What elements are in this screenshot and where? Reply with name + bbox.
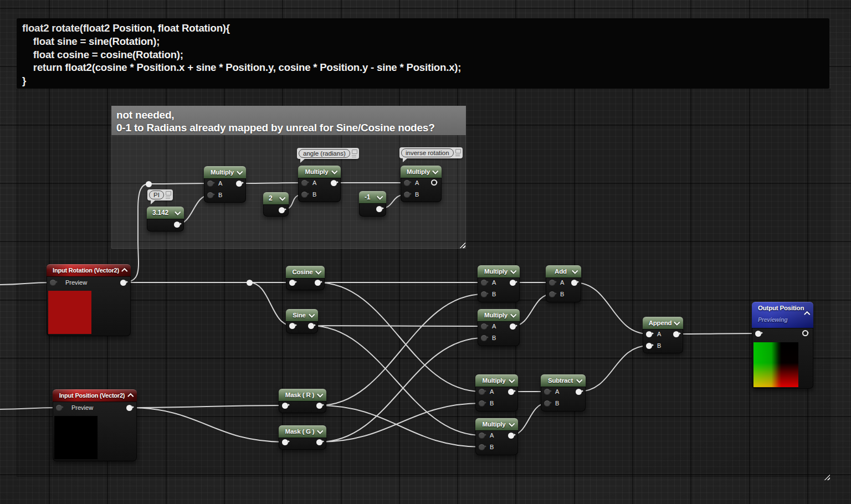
chevron-down-icon[interactable] — [509, 377, 515, 383]
node-add[interactable]: AddAB — [546, 265, 581, 302]
output-pin[interactable] — [576, 389, 582, 395]
input-pin[interactable] — [755, 331, 761, 337]
input-pin-a[interactable] — [481, 323, 487, 330]
node-cosine[interactable]: Cosine — [286, 266, 325, 290]
input-pin-a[interactable] — [479, 433, 485, 439]
node-mulC1[interactable]: MultiplyAB — [204, 166, 246, 203]
node-mulBR2[interactable]: MultiplyAB — [475, 418, 518, 455]
node-mulC3[interactable]: MultiplyAB — [401, 166, 442, 202]
node-outputPosition[interactable]: Output PositionPreviewing — [752, 302, 813, 389]
output-pin[interactable] — [331, 180, 337, 186]
node-sine[interactable]: Sine — [286, 309, 318, 333]
input-pin-a[interactable] — [301, 180, 307, 186]
output-pin[interactable] — [508, 389, 514, 395]
node-c2[interactable]: 2 — [263, 192, 289, 217]
output-pin[interactable] — [308, 323, 314, 329]
input-pin-b[interactable] — [646, 343, 652, 349]
preview-input-pin[interactable] — [50, 280, 56, 286]
output-pin[interactable] — [431, 179, 437, 186]
input-pin-b[interactable] — [544, 400, 550, 407]
output-pin[interactable] — [236, 181, 242, 187]
chevron-down-icon[interactable] — [309, 311, 315, 317]
chevron-down-icon[interactable] — [509, 420, 515, 426]
chevron-down-icon[interactable] — [377, 193, 383, 199]
node-header[interactable]: Multiply — [401, 166, 442, 178]
node-maskG[interactable]: Mask ( G ) — [279, 425, 326, 450]
input-pin-b[interactable] — [301, 192, 307, 198]
output-pin[interactable] — [673, 331, 679, 337]
chevron-down-icon[interactable] — [674, 319, 680, 325]
node-header[interactable]: Mask ( R ) — [279, 389, 326, 401]
input-pin-b[interactable] — [404, 192, 410, 198]
input-pin-a[interactable] — [479, 389, 485, 395]
input-pin-b[interactable] — [479, 400, 485, 407]
chevron-down-icon[interactable] — [576, 377, 582, 383]
input-pin-b[interactable] — [481, 335, 487, 341]
node-header[interactable]: Input Rotation (Vector2) — [47, 264, 131, 276]
node-inputRotation[interactable]: Input Rotation (Vector2)Preview — [47, 264, 131, 336]
output-pin[interactable] — [316, 439, 322, 445]
input-pin[interactable] — [282, 403, 288, 409]
node-header[interactable]: Multiply — [475, 374, 518, 387]
chevron-down-icon[interactable] — [432, 168, 438, 174]
node-header[interactable]: Mask ( G ) — [279, 425, 326, 438]
input-pin-b[interactable] — [549, 291, 555, 297]
material-graph-canvas[interactable]: float2 rotate(float2 Position, float Rot… — [0, 0, 851, 504]
node-append[interactable]: AppendAB — [643, 317, 683, 353]
output-pin[interactable] — [279, 207, 285, 213]
node-header[interactable]: Sine — [286, 309, 318, 321]
chevron-down-icon[interactable] — [237, 168, 243, 174]
node-header[interactable]: Multiply — [204, 166, 246, 178]
node-comment-bubble[interactable]: PI — [147, 189, 173, 200]
input-pin-a[interactable] — [549, 280, 555, 286]
node-comment-bubble[interactable]: inverse rotation — [399, 147, 463, 158]
preview-input-pin[interactable] — [56, 405, 62, 411]
node-header[interactable]: Subtract — [541, 374, 586, 387]
node-header[interactable]: Multiply — [298, 166, 341, 178]
node-mulC2[interactable]: MultiplyAB — [298, 166, 341, 202]
output-pin[interactable] — [510, 323, 516, 330]
input-pin-a[interactable] — [646, 331, 652, 337]
node-header[interactable]: Add — [546, 265, 581, 277]
node-header[interactable]: Multiply — [475, 418, 518, 430]
reroute-node[interactable] — [247, 280, 253, 286]
node-cneg1[interactable]: -1 — [359, 191, 386, 217]
output-pin[interactable] — [315, 280, 321, 286]
output-pin[interactable] — [174, 222, 180, 228]
chevron-down-icon[interactable] — [510, 311, 516, 317]
chevron-down-icon[interactable] — [510, 268, 516, 274]
chevron-down-icon[interactable] — [315, 268, 321, 274]
chevron-down-icon[interactable] — [331, 168, 337, 174]
input-pin[interactable] — [289, 323, 295, 329]
output-pin[interactable] — [802, 330, 808, 336]
input-pin[interactable] — [282, 439, 288, 445]
node-header[interactable]: Output PositionPreviewing — [752, 302, 813, 328]
output-pin[interactable] — [316, 403, 322, 409]
node-header[interactable]: 3.142 — [147, 207, 184, 219]
node-header[interactable]: Append — [643, 317, 683, 329]
input-pin-a[interactable] — [404, 180, 410, 186]
input-pin-a[interactable] — [481, 280, 487, 286]
chevron-up-icon[interactable] — [127, 393, 134, 399]
input-pin-b[interactable] — [479, 444, 485, 450]
output-pin[interactable] — [120, 280, 126, 286]
node-inputPosition[interactable]: Input Position (Vector2)Preview — [53, 389, 137, 461]
input-pin-b[interactable] — [207, 192, 213, 198]
node-header[interactable]: Multiply — [478, 309, 520, 321]
node-mulTR1[interactable]: MultiplyAB — [478, 265, 520, 302]
input-pin-a[interactable] — [544, 389, 550, 395]
input-pin-a[interactable] — [207, 181, 213, 187]
output-pin[interactable] — [126, 405, 132, 411]
node-maskR[interactable]: Mask ( R ) — [279, 389, 326, 413]
node-subtract[interactable]: SubtractAB — [541, 374, 586, 412]
input-pin-b[interactable] — [481, 291, 487, 297]
chevron-down-icon[interactable] — [279, 194, 285, 200]
output-pin[interactable] — [510, 280, 516, 286]
node-n3142[interactable]: 3.142 — [147, 207, 184, 232]
node-comment-bubble[interactable]: angle (radians) — [297, 148, 359, 159]
code-comment-block[interactable]: float2 rotate(float2 Position, float Rot… — [17, 18, 829, 89]
output-pin[interactable] — [376, 206, 382, 212]
node-header[interactable]: Cosine — [286, 266, 325, 278]
node-header[interactable]: Multiply — [478, 265, 520, 277]
input-pin[interactable] — [289, 280, 295, 286]
